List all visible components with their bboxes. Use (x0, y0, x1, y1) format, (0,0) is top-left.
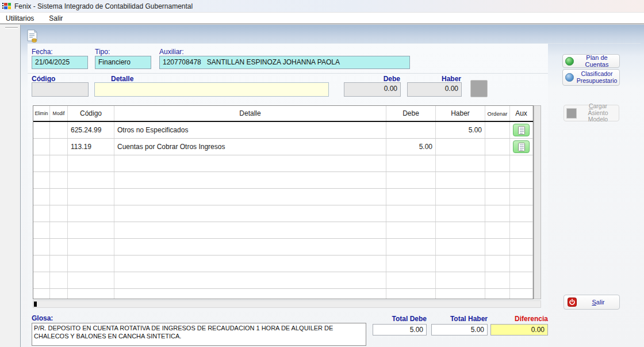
detalle-input[interactable] (94, 82, 329, 97)
detalle-label: Detalle (111, 75, 133, 83)
cell-haber (436, 189, 485, 205)
cell-debe (386, 155, 436, 171)
cell-modif (50, 256, 68, 272)
plan-de-cuentas-button[interactable]: Plan de Cuentas (562, 54, 620, 68)
column-header-debe[interactable]: Debe (386, 106, 436, 121)
column-header-aux[interactable]: Aux (510, 106, 533, 121)
fecha-input[interactable]: 21/04/2025 (32, 56, 88, 69)
cell-detalle (114, 256, 386, 272)
power-icon (568, 298, 577, 307)
cell-haber (436, 139, 485, 155)
cell-codigo: 113.19 (68, 139, 114, 155)
clasificador-presupuestario-button[interactable]: Clasificador Presupuestario (562, 69, 620, 86)
cell-ordenar (485, 139, 510, 155)
cell-elimin (33, 256, 50, 272)
menu-utilitarios[interactable]: Utilitarios (5, 14, 35, 23)
cell-codigo (68, 256, 114, 272)
cell-debe (386, 239, 436, 255)
cell-codigo: 625.24.99 (68, 122, 114, 138)
cell-aux (510, 256, 533, 272)
cell-debe (386, 172, 436, 188)
document-coins-icon[interactable] (26, 29, 39, 45)
cell-debe (386, 289, 436, 299)
codigo-input[interactable] (32, 82, 89, 97)
table-row[interactable]: 113.19Cuentas por Cobrar Otros Ingresos5… (33, 139, 533, 155)
salir-button[interactable]: Salir (564, 295, 620, 310)
blue-sphere-icon (565, 73, 574, 82)
haber-input[interactable]: 0.00 (407, 82, 462, 97)
aux-button[interactable] (513, 124, 530, 136)
cell-aux (510, 155, 533, 171)
cell-haber (436, 289, 485, 299)
cell-detalle (114, 222, 386, 238)
cell-detalle (114, 155, 386, 171)
tipo-input[interactable]: Financiero (95, 56, 151, 69)
cell-elimin (33, 122, 50, 138)
cell-detalle: Cuentas por Cobrar Otros Ingresos (114, 139, 386, 155)
add-entry-button[interactable] (470, 80, 488, 97)
menu-salir[interactable]: Salir (48, 14, 64, 23)
cell-detalle (114, 189, 386, 205)
cell-codigo (68, 172, 114, 188)
cell-elimin (33, 239, 50, 255)
panel-grip[interactable] (5, 27, 18, 29)
fecha-label: Fecha: (32, 48, 53, 56)
cell-haber (436, 239, 485, 255)
cell-detalle (114, 272, 386, 288)
debe-label: Debe (344, 75, 400, 83)
cell-modif (50, 272, 68, 288)
cell-aux (510, 139, 533, 155)
cell-haber (436, 272, 485, 288)
cell-aux (510, 272, 533, 288)
cell-codigo (68, 289, 114, 299)
auxiliar-input[interactable]: 1207708478 SANTILLAN ESPINOZA JOHANNA PA… (159, 56, 410, 69)
column-header-modif[interactable]: Modif (50, 106, 68, 121)
vertical-scrollbar[interactable] (534, 105, 541, 299)
debe-input[interactable]: 0.00 (344, 82, 401, 97)
cell-haber (436, 256, 485, 272)
cell-detalle (114, 239, 386, 255)
table-row (33, 256, 533, 272)
cell-modif (50, 122, 68, 138)
cell-haber (436, 205, 485, 222)
glosa-textarea[interactable]: P/R. DEPOSITO EN CUENTA ROTATIVA DE INGR… (32, 323, 366, 346)
column-header-ordenar[interactable]: Ordenar (485, 106, 510, 121)
scrollbar-thumb[interactable] (34, 302, 37, 307)
cell-debe (386, 205, 436, 222)
cell-elimin (33, 289, 50, 299)
cell-ordenar (485, 256, 510, 272)
entries-table: EliminModifCódigoDetalleDebeHaberOrdenar… (33, 105, 534, 299)
column-header-elimin[interactable]: Elimin (33, 106, 50, 121)
gray-square-icon (566, 108, 577, 119)
column-header-detalle[interactable]: Detalle (114, 106, 386, 121)
aux-button[interactable] (513, 140, 530, 153)
cell-debe: 5.00 (386, 139, 436, 155)
auxiliar-label: Auxiliar: (159, 48, 184, 56)
cell-haber (436, 155, 485, 171)
cell-modif (50, 155, 68, 171)
table-row[interactable]: 625.24.99Otros no Especificados5.00 (33, 122, 533, 139)
table-row (33, 189, 533, 205)
cell-debe (386, 222, 436, 238)
column-header-codigo[interactable]: Código (68, 106, 114, 121)
horizontal-scrollbar[interactable] (33, 300, 541, 308)
cell-modif (50, 205, 68, 222)
diferencia-label: Diferencia (490, 315, 548, 323)
cell-elimin (33, 189, 50, 205)
separator (28, 43, 641, 44)
cell-haber: 5.00 (436, 122, 485, 138)
plan-de-cuentas-label: Plan de Cuentas (577, 54, 617, 68)
cell-ordenar (485, 289, 510, 299)
cell-debe (386, 189, 436, 205)
table-row (33, 155, 533, 172)
cell-aux (510, 222, 533, 238)
application-window: Fenix - Sistema Integrado de Contabilida… (0, 0, 644, 347)
cell-haber (436, 222, 485, 238)
column-header-haber[interactable]: Haber (436, 106, 485, 121)
notepad-icon (518, 143, 525, 151)
table-row (33, 172, 533, 189)
cell-aux (510, 189, 533, 205)
table-row (33, 239, 533, 256)
table-row (33, 289, 533, 299)
codigo-label: Código (32, 75, 55, 83)
